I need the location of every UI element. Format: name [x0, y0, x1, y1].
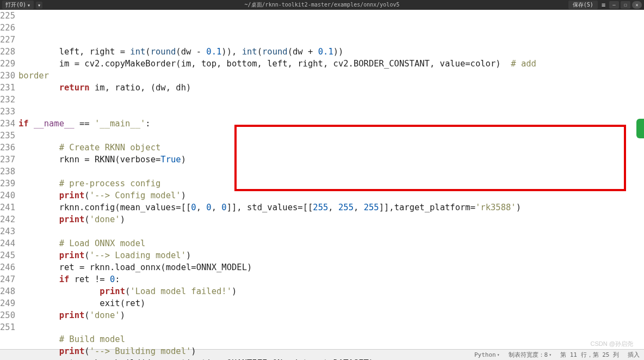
- line-number: 247: [0, 273, 15, 285]
- file-path: ~/桌面/rknn-toolkit2-master/examples/onnx/…: [245, 1, 400, 9]
- line-number: 229: [0, 58, 15, 70]
- line-number: 227: [0, 34, 15, 46]
- chevron-down-icon: ▾: [27, 2, 30, 8]
- toolbar-dropdown[interactable]: ▾: [36, 2, 42, 9]
- code-line[interactable]: # Load ONNX model: [18, 237, 644, 249]
- line-number: 235: [0, 130, 15, 142]
- code-line[interactable]: [18, 106, 644, 118]
- line-number: 249: [0, 297, 15, 309]
- line-number-gutter: 2252262272282292302312322332342352362372…: [0, 10, 17, 349]
- code-line[interactable]: return im, ratio, (dw, dh): [18, 82, 644, 94]
- code-line[interactable]: print('done'): [18, 309, 644, 321]
- line-number: 232: [0, 94, 15, 106]
- line-number: 234: [0, 118, 15, 130]
- code-line[interactable]: exit(ret): [18, 297, 644, 309]
- titlebar-right: 保存(S) ≡ — ☐ ✕: [568, 1, 642, 9]
- code-editor[interactable]: 2252262272282292302312322332342352362372…: [0, 10, 644, 349]
- open-label: 打开(O): [5, 1, 26, 9]
- code-line[interactable]: rknn.config(mean_values=[[0, 0, 0]], std…: [18, 202, 644, 213]
- line-number: 240: [0, 190, 15, 202]
- code-line[interactable]: rknn = RKNN(verbose=True): [18, 154, 644, 166]
- code-line[interactable]: im = cv2.copyMakeBorder(im, top, bottom,…: [18, 58, 644, 70]
- code-line[interactable]: ret = rknn.build(do_quantization=QUANTIZ…: [18, 357, 644, 360]
- open-button[interactable]: 打开(O) ▾: [2, 1, 34, 9]
- line-number: 231: [0, 82, 15, 94]
- line-number: 248: [0, 285, 15, 297]
- titlebar: 打开(O) ▾ ▾ ~/桌面/rknn-toolkit2-master/exam…: [0, 0, 644, 10]
- minimize-button[interactable]: —: [609, 1, 619, 9]
- line-number: 226: [0, 22, 15, 34]
- titlebar-left: 打开(O) ▾ ▾: [2, 1, 42, 9]
- line-number: 237: [0, 154, 15, 166]
- code-line[interactable]: print('--> Building model'): [18, 345, 644, 357]
- code-line[interactable]: border: [18, 70, 644, 82]
- line-number: 250: [0, 309, 15, 321]
- line-number: 241: [0, 202, 15, 213]
- code-line[interactable]: print('--> Config model'): [18, 190, 644, 202]
- line-number: 238: [0, 166, 15, 178]
- code-line[interactable]: # Build model: [18, 333, 644, 345]
- line-number: 242: [0, 213, 15, 225]
- line-number: 245: [0, 249, 15, 261]
- line-number: 244: [0, 237, 15, 249]
- line-number: 225: [0, 10, 15, 22]
- code-line[interactable]: [18, 130, 644, 142]
- line-number: 251: [0, 321, 15, 333]
- code-line[interactable]: print('--> Loading model'): [18, 249, 644, 261]
- side-indicator: [636, 119, 644, 138]
- code-line[interactable]: left, right = int(round(dw - 0.1)), int(…: [18, 46, 644, 58]
- code-line[interactable]: # pre-process config: [18, 178, 644, 190]
- watermark: CSDN @孙启尧: [591, 340, 633, 348]
- line-number: 243: [0, 225, 15, 237]
- close-button[interactable]: ✕: [632, 1, 642, 9]
- code-line[interactable]: if __name__ == '__main__':: [18, 118, 644, 130]
- code-line[interactable]: [18, 94, 644, 106]
- code-line[interactable]: [18, 225, 644, 237]
- line-number: 246: [0, 261, 15, 273]
- code-line[interactable]: if ret != 0:: [18, 273, 644, 285]
- line-number: 236: [0, 142, 15, 154]
- save-button[interactable]: 保存(S): [568, 1, 598, 9]
- code-area[interactable]: left, right = int(round(dw - 0.1)), int(…: [17, 10, 644, 349]
- line-number: 239: [0, 178, 15, 190]
- code-line[interactable]: # Create RKNN object: [18, 142, 644, 154]
- line-number: 228: [0, 46, 15, 58]
- line-number: 233: [0, 106, 15, 118]
- code-line[interactable]: [18, 321, 644, 333]
- code-line[interactable]: [18, 166, 644, 178]
- code-line[interactable]: print('done'): [18, 213, 644, 225]
- hamburger-icon[interactable]: ≡: [599, 1, 608, 9]
- code-line[interactable]: ret = rknn.load_onnx(model=ONNX_MODEL): [18, 261, 644, 273]
- line-number: 230: [0, 70, 15, 82]
- maximize-button[interactable]: ☐: [621, 1, 630, 9]
- code-line[interactable]: print('Load model failed!'): [18, 285, 644, 297]
